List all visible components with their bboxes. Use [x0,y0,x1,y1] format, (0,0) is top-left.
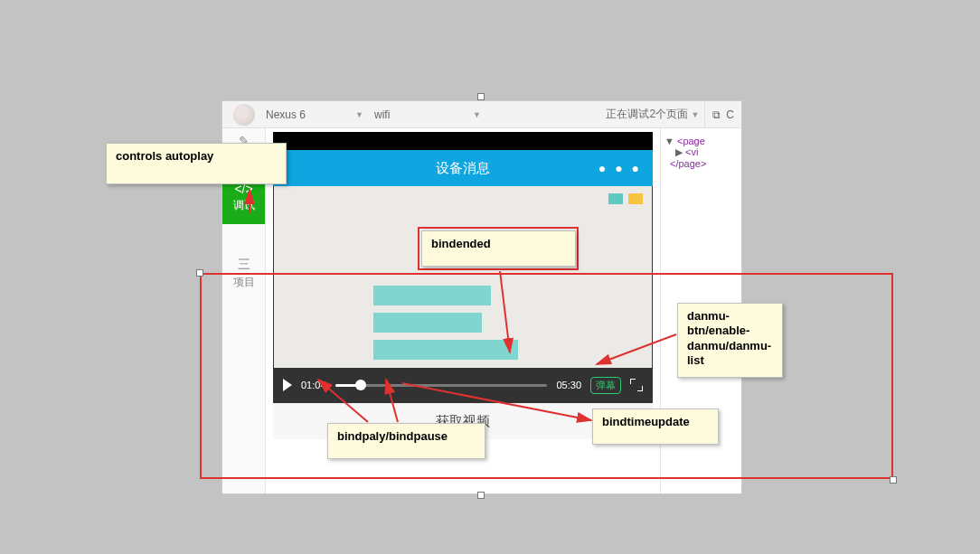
phone-titlebar: 设备消息 ● ● ● [273,150,653,186]
phone-statusbar [273,132,653,150]
video-controls: 01:04 05:30 弹幕 [274,368,652,402]
more-icon[interactable]: ● ● ● [598,161,642,175]
callout-label: controls autoplay [116,149,213,163]
topbar-right: ⧉ C [704,101,741,127]
triangle-right-icon[interactable]: ▶ [675,146,683,157]
video-banner [373,340,518,360]
chevron-down-icon: ▼ [691,110,699,119]
nav-label: 项目 [233,276,255,288]
video-banner [373,286,491,305]
play-button[interactable] [283,379,292,391]
network-select[interactable]: wifi ▼ [374,108,492,121]
dom-line[interactable]: ▶ <vi [664,146,738,158]
callout-danmu: danmu-btn/enable-danmu/danmu-list [677,303,783,378]
chevron-down-icon: ▼ [473,110,481,119]
open-devtools-icon[interactable]: ⧉ [712,108,721,121]
time-duration: 05:30 [556,380,581,390]
time-current: 01:04 [301,380,326,390]
dom-tag: </page> [670,158,706,169]
network-select-label: wifi [374,108,390,121]
fullscreen-icon[interactable] [630,379,643,391]
callout-controls-autoplay: controls autoplay [106,143,287,184]
video-banner [373,313,482,333]
video-watermark [608,193,643,204]
resize-handle[interactable] [196,269,203,277]
nav-label: 调试 [233,199,255,211]
callout-bindplay: bindpaly/bindpause [327,423,485,459]
phone-frame: 设备消息 ● ● ● 01:04 05:30 弹 [273,132,653,439]
seek-track[interactable] [335,384,548,387]
app-logo [222,104,266,126]
device-select-label: Nexus 6 [266,108,306,121]
resize-handle[interactable] [890,476,897,484]
dom-tag: <vi [685,146,698,157]
callout-label: bindended [431,237,491,250]
dom-line[interactable]: ▼ <page [664,136,738,146]
device-select[interactable]: Nexus 6 ▼ [266,108,374,121]
callout-label: bindpaly/bindpause [337,429,448,443]
debug-status[interactable]: 正在调试2个页面 ▼ [606,107,699,122]
callout-label: danmu-btn/enable-danmu/danmu-list [687,309,771,367]
dom-line[interactable]: </page> [664,158,738,169]
dom-tag: <page [677,136,705,146]
callout-bindtime: bindtimeupdate [592,408,719,445]
triangle-down-icon[interactable]: ▼ [664,136,674,146]
callout-label: bindtimeupdate [602,415,690,428]
page-title: 设备消息 [436,160,490,177]
resize-handle[interactable] [477,93,485,100]
debug-status-label: 正在调试2个页面 [606,108,688,120]
chevron-down-icon: ▼ [355,110,363,119]
topbar: Nexus 6 ▼ wifi ▼ 正在调试2个页面 ▼ ⧉ C [222,101,741,128]
nav-project[interactable]: 三 项目 [222,251,265,296]
resize-handle[interactable] [477,492,485,499]
callout-bindended: bindended [421,230,576,267]
video-player[interactable]: 01:04 05:30 弹幕 [273,186,653,403]
menu-icon: 三 [222,257,265,273]
topbar-right-label[interactable]: C [726,108,734,121]
danmu-button[interactable]: 弹幕 [590,377,621,394]
seek-thumb[interactable] [355,380,366,390]
